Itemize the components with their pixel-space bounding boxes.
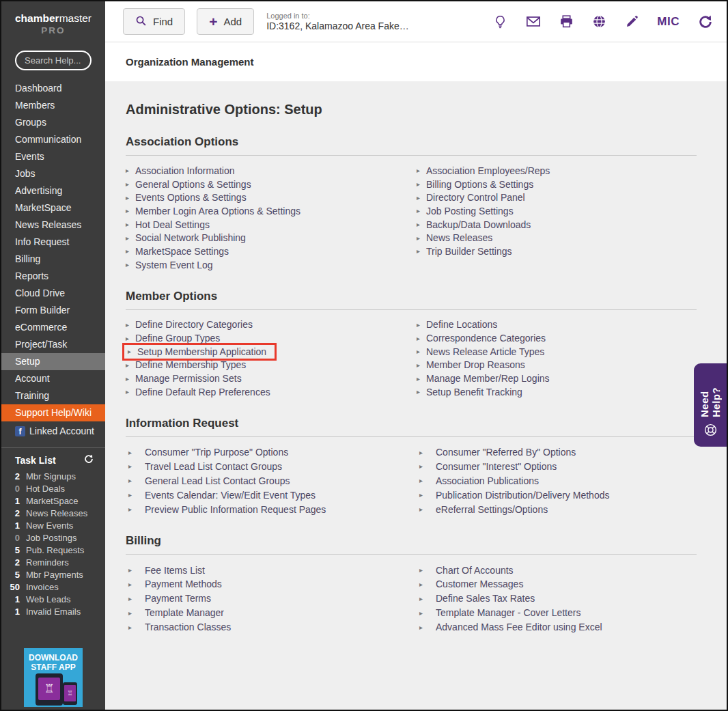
link-events-options-settings[interactable]: ▸Events Options & Settings xyxy=(126,191,406,204)
link-consumer-interest-options[interactable]: ▸Consumer "Interest" Options xyxy=(417,460,697,474)
link-label: Transaction Classes xyxy=(145,622,231,632)
link-label: Preview Public Information Request Pages xyxy=(145,504,326,515)
link-member-drop-reasons[interactable]: ▸Member Drop Reasons xyxy=(417,359,697,372)
link-general-lead-list-contact-groups[interactable]: ▸General Lead List Contact Groups xyxy=(126,473,406,488)
link-label: Define Group Types xyxy=(135,333,220,344)
globe-icon[interactable] xyxy=(592,14,606,29)
sidebar-item-ecommerce[interactable]: eCommerce xyxy=(1,319,105,336)
link-template-manager-cover-letters[interactable]: ▸Template Manager - Cover Letters xyxy=(417,606,697,620)
sidebar-item-account[interactable]: Account xyxy=(1,370,105,387)
link-payment-terms[interactable]: ▸Payment Terms xyxy=(126,591,406,606)
link-fee-items-list[interactable]: ▸Fee Items List xyxy=(126,563,406,577)
task-item-pub-requests[interactable]: 5Pub. Requests xyxy=(1,544,105,557)
link-manage-permission-sets[interactable]: ▸Manage Permission Sets xyxy=(126,372,406,385)
sidebar-item-marketspace[interactable]: MarketSpace xyxy=(1,199,105,217)
sidebar-item-training[interactable]: Training xyxy=(1,387,105,404)
task-count: 2 xyxy=(1,507,26,520)
sidebar-item-dashboard[interactable]: Dashboard xyxy=(1,80,105,97)
link-travel-lead-list-contact-groups[interactable]: ▸Travel Lead List Contact Groups xyxy=(126,460,406,474)
link-association-publications[interactable]: ▸Association Publications xyxy=(417,473,697,488)
mic-button[interactable]: MIC xyxy=(657,15,680,29)
link-ereferral-settings-options[interactable]: ▸eReferral Settings/Options xyxy=(417,502,697,516)
task-item-reminders[interactable]: 2Reminders xyxy=(1,557,105,569)
need-help-tab[interactable]: Need Help? xyxy=(694,363,727,447)
link-system-event-log[interactable]: ▸System Event Log xyxy=(126,258,406,272)
link-directory-control-panel[interactable]: ▸Directory Control Panel xyxy=(417,191,697,204)
sidebar-item-jobs[interactable]: Jobs xyxy=(1,165,105,182)
link-publication-distribution-delivery-methods[interactable]: ▸Publication Distribution/Delivery Metho… xyxy=(417,488,697,502)
sidebar-item-groups[interactable]: Groups xyxy=(1,114,105,131)
link-correspondence-categories[interactable]: ▸Correspondence Categories xyxy=(417,331,697,345)
sidebar-item-communication[interactable]: Communication xyxy=(1,131,105,148)
sidebar-item-setup[interactable]: Setup xyxy=(1,353,105,370)
link-define-locations[interactable]: ▸Define Locations xyxy=(417,318,697,332)
caret-right-icon: ▸ xyxy=(417,348,426,355)
download-staff-app-banner[interactable]: DOWNLOAD STAFF APP ♖ ♖ xyxy=(24,648,83,707)
link-backup-data-downloads[interactable]: ▸Backup/Data Downloads xyxy=(417,218,697,232)
refresh-icon[interactable] xyxy=(698,14,713,29)
refresh-icon[interactable] xyxy=(83,454,94,466)
task-item-new-events[interactable]: 1New Events xyxy=(1,520,105,532)
link-define-membership-types[interactable]: ▸Define Membership Types xyxy=(126,359,406,372)
sidebar-item-cloud-drive[interactable]: Cloud Drive xyxy=(1,285,105,302)
link-news-releases[interactable]: ▸News Releases xyxy=(417,231,697,245)
lightbulb-icon[interactable] xyxy=(493,14,507,29)
task-item-hot-deals[interactable]: 0Hot Deals xyxy=(1,483,105,495)
print-icon[interactable] xyxy=(559,14,574,29)
sidebar-item-members[interactable]: Members xyxy=(1,97,105,114)
sidebar-item-advertising[interactable]: Advertising xyxy=(1,182,105,199)
task-label: News Releases xyxy=(26,507,87,520)
search-help-input[interactable] xyxy=(15,51,92,70)
task-item-marketspace[interactable]: 1MarketSpace xyxy=(1,495,105,507)
link-consumer-trip-purpose-options[interactable]: ▸Consumer "Trip Purpose" Options xyxy=(126,445,406,460)
link-label: News Release Article Types xyxy=(426,346,544,357)
link-job-posting-settings[interactable]: ▸Job Posting Settings xyxy=(417,204,697,218)
sidebar-item-news-releases[interactable]: News Releases xyxy=(1,217,105,234)
pencil-icon[interactable] xyxy=(625,15,639,29)
link-general-options-settings[interactable]: ▸General Options & Settings xyxy=(126,178,406,191)
staff-app-line2: STAFF APP xyxy=(24,663,83,672)
link-billing-options-settings[interactable]: ▸Billing Options & Settings xyxy=(417,178,697,191)
find-button[interactable]: Find xyxy=(123,8,185,35)
link-consumer-referred-by-options[interactable]: ▸Consumer "Referred By" Options xyxy=(417,445,697,460)
link-member-login-area-options-settings[interactable]: ▸Member Login Area Options & Settings xyxy=(126,204,406,218)
link-marketspace-settings[interactable]: ▸MarketSpace Settings xyxy=(126,245,406,258)
sidebar-item-info-request[interactable]: Info Request xyxy=(1,234,105,251)
link-news-release-article-types[interactable]: ▸News Release Article Types xyxy=(417,345,697,359)
link-events-calendar-view-edit-event-types[interactable]: ▸Events Calendar: View/Edit Event Types xyxy=(126,488,406,502)
link-association-information[interactable]: ▸Association Information xyxy=(126,164,406,178)
sidebar-item-linked-account[interactable]: f Linked Account xyxy=(1,421,105,441)
link-chart-of-accounts[interactable]: ▸Chart Of Accounts xyxy=(417,563,697,577)
sidebar-item-reports[interactable]: Reports xyxy=(1,268,105,285)
link-define-sales-tax-rates[interactable]: ▸Define Sales Tax Rates xyxy=(417,591,697,606)
sidebar-item-events[interactable]: Events xyxy=(1,148,105,165)
link-association-employees-reps[interactable]: ▸Association Employees/Reps xyxy=(417,164,697,178)
link-trip-builder-settings[interactable]: ▸Trip Builder Settings xyxy=(417,245,697,258)
link-social-network-publishing[interactable]: ▸Social Network Publishing xyxy=(126,231,406,245)
link-transaction-classes[interactable]: ▸Transaction Classes xyxy=(126,620,406,635)
task-item-mbr-payments[interactable]: 5Mbr Payments xyxy=(1,569,105,581)
sidebar-item-billing[interactable]: Billing xyxy=(1,251,105,268)
sidebar-item-project-task[interactable]: Project/Task xyxy=(1,336,105,353)
task-item-mbr-signups[interactable]: 2Mbr Signups xyxy=(1,471,105,483)
caret-right-icon: ▸ xyxy=(126,321,135,329)
link-define-directory-categories[interactable]: ▸Define Directory Categories xyxy=(126,318,406,332)
link-customer-messages[interactable]: ▸Customer Messages xyxy=(417,577,697,591)
link-manage-member-rep-logins[interactable]: ▸Manage Member/Rep Logins xyxy=(417,372,697,385)
sidebar-item-support-help-wiki[interactable]: Support Help/Wiki xyxy=(1,404,105,421)
link-advanced-mass-fee-editor-using-excel[interactable]: ▸Advanced Mass Fee Editor using Excel xyxy=(417,620,697,635)
add-button[interactable]: + Add xyxy=(197,8,254,35)
link-preview-public-information-request-pages[interactable]: ▸Preview Public Information Request Page… xyxy=(126,502,406,516)
mail-icon[interactable] xyxy=(526,15,541,28)
link-define-default-rep-preferences[interactable]: ▸Define Default Rep Preferences xyxy=(126,385,406,399)
task-item-job-postings[interactable]: 0Job Postings xyxy=(1,532,105,544)
link-hot-deal-settings[interactable]: ▸Hot Deal Settings xyxy=(126,218,406,232)
link-payment-methods[interactable]: ▸Payment Methods xyxy=(126,577,406,591)
link-setup-benefit-tracking[interactable]: ▸Setup Benefit Tracking xyxy=(417,385,697,399)
task-item-web-leads[interactable]: 1Web Leads xyxy=(1,594,105,606)
task-item-news-releases[interactable]: 2News Releases xyxy=(1,507,105,520)
task-item-invoices[interactable]: 50Invoices xyxy=(1,581,105,594)
task-item-invalid-emails[interactable]: 1Invalid Emails xyxy=(1,606,105,618)
link-template-manager[interactable]: ▸Template Manager xyxy=(126,606,406,620)
sidebar-item-form-builder[interactable]: Form Builder xyxy=(1,302,105,319)
